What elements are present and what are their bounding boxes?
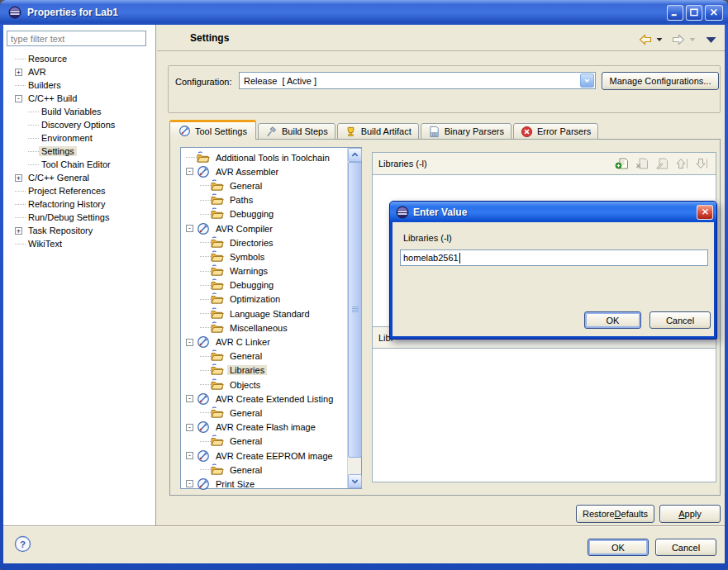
configuration-select[interactable]: Release [ Active ] (239, 72, 596, 89)
folder-icon (211, 363, 224, 377)
collapse-toggle-icon[interactable]: - (186, 452, 193, 459)
tree-item-general[interactable]: General (183, 435, 345, 449)
tab-label: Binary Parsers (445, 126, 504, 136)
collapse-toggle-icon[interactable]: - (186, 339, 193, 346)
folder-icon (211, 378, 224, 392)
ok-button[interactable]: OK (588, 539, 649, 556)
enter-value-input[interactable]: homelab2561 (400, 249, 708, 266)
tree-item-builders[interactable]: Builders (5, 78, 154, 92)
tree-item-debugging[interactable]: Debugging (183, 207, 345, 221)
eclipse-logo-icon (396, 206, 409, 219)
tree-item-settings[interactable]: Settings (5, 145, 154, 158)
tree-item-environment[interactable]: Environment (5, 131, 154, 145)
expand-toggle-icon[interactable]: + (15, 174, 22, 182)
close-button[interactable] (705, 5, 723, 21)
binary-icon: 010 (428, 126, 440, 138)
tool-icon (197, 420, 210, 434)
tree-item-tool-chain-editor[interactable]: Tool Chain Editor (5, 158, 154, 171)
tree-item-resource[interactable]: Resource (5, 52, 154, 65)
filter-input[interactable] (7, 31, 146, 46)
tree-item-general[interactable]: General (183, 178, 345, 192)
tree-item-general[interactable]: General (183, 406, 345, 420)
scroll-down-icon[interactable] (348, 474, 362, 488)
back-arrow-icon[interactable] (638, 34, 653, 45)
dialog-close-icon[interactable] (697, 205, 713, 220)
tree-item-libraries[interactable]: Libraries (183, 363, 345, 378)
tree-item-general[interactable]: General (183, 349, 345, 363)
help-icon[interactable]: ? (14, 535, 31, 553)
tree-item-debugging[interactable]: Debugging (183, 278, 345, 292)
dialog-titlebar[interactable]: Enter Value (390, 202, 716, 222)
tree-item-c-c-general[interactable]: +C/C++ General (5, 171, 154, 184)
header-divider (157, 50, 725, 51)
tree-item-warnings[interactable]: Warnings (183, 264, 345, 278)
window-titlebar[interactable]: Properties for Lab1 (0, 0, 728, 25)
expand-toggle-icon[interactable]: + (15, 227, 22, 235)
tree-item-label: General (227, 351, 264, 361)
tree-item-avr-create-extended-listing[interactable]: -AVR Create Extended Listing (183, 392, 345, 406)
collapse-toggle-icon[interactable]: - (186, 395, 193, 402)
tree-item-additional-tools-in-toolchain[interactable]: Additional Tools in Toolchain (183, 150, 345, 164)
tree-item-avr[interactable]: +AVR (5, 65, 154, 78)
libraries-panel-header: Libraries (-l) (372, 152, 716, 175)
tree-item-symbols[interactable]: Symbols (183, 249, 345, 264)
tree-connector (28, 138, 39, 139)
tree-item-label: Debugging (227, 280, 276, 290)
tree-item-label: Debugging (227, 209, 276, 219)
tree-item-c-c-build[interactable]: -C/C++ Build (5, 92, 154, 105)
manage-configurations-button[interactable]: Manage Configurations... (602, 72, 719, 90)
tab-build-steps[interactable]: Build Steps (258, 123, 335, 140)
tree-item-general[interactable]: General (183, 463, 345, 477)
tree-item-wikitext[interactable]: WikiText (5, 237, 154, 250)
tree-item-build-variables[interactable]: Build Variables (5, 105, 154, 118)
cancel-button[interactable]: Cancel (655, 539, 716, 556)
back-dropdown-icon[interactable] (656, 37, 663, 42)
scroll-up-icon[interactable] (348, 148, 362, 162)
expand-toggle-icon[interactable]: + (15, 69, 22, 76)
minimize-button[interactable] (667, 5, 683, 21)
tab-binary-parsers[interactable]: 010Binary Parsers (421, 123, 512, 140)
collapse-toggle-icon[interactable]: - (15, 95, 22, 102)
tree-item-avr-create-flash-image[interactable]: -AVR Create Flash image (183, 420, 345, 435)
tree-connector (28, 112, 39, 112)
tab-error-parsers[interactable]: Error Parsers (513, 123, 598, 140)
dialog-cancel-button[interactable]: Cancel (649, 311, 711, 329)
tree-item-optimization[interactable]: Optimization (183, 292, 345, 306)
collapse-toggle-icon[interactable]: - (186, 480, 193, 487)
tree-item-miscellaneous[interactable]: Miscellaneous (183, 321, 345, 335)
collapse-toggle-icon[interactable]: - (186, 225, 193, 232)
dialog-ok-button[interactable]: OK (584, 311, 641, 329)
tab-tool-settings[interactable]: Tool Settings (169, 120, 256, 140)
tree-item-avr-create-eeprom-image[interactable]: -AVR Create EEPROM image (183, 449, 345, 463)
library-paths-list[interactable] (372, 348, 716, 482)
footer-bar: ? OK Cancel (3, 526, 725, 563)
tree-connector (200, 299, 211, 300)
maximize-button[interactable] (686, 5, 702, 21)
tree-item-label: Paths (227, 195, 255, 205)
apply-button[interactable]: Apply (659, 505, 721, 523)
combo-dropdown-icon[interactable] (580, 74, 594, 88)
svg-text:010: 010 (431, 132, 436, 135)
tree-item-avr-assembler[interactable]: -AVR Assembler (183, 164, 345, 178)
tree-scrollbar[interactable] (347, 148, 361, 488)
tree-item-avr-compiler[interactable]: -AVR Compiler (183, 221, 345, 235)
restore-defaults-button[interactable]: Restore Defaults (576, 505, 654, 523)
tree-item-language-standard[interactable]: Language Standard (183, 306, 345, 321)
collapse-toggle-icon[interactable]: - (186, 168, 193, 175)
tree-item-refactoring-history[interactable]: Refactoring History (5, 197, 154, 211)
tree-item-paths[interactable]: Paths (183, 193, 345, 207)
tree-item-project-references[interactable]: Project References (5, 184, 154, 197)
tree-item-directories[interactable]: Directories (183, 235, 345, 249)
tree-item-avr-c-linker[interactable]: -AVR C Linker (183, 335, 345, 349)
scrollbar-thumb[interactable] (348, 162, 362, 458)
collapse-toggle-icon[interactable]: - (186, 424, 193, 431)
tab-build-artifact[interactable]: Build Artifact (337, 123, 419, 140)
view-menu-icon[interactable] (706, 36, 716, 44)
forward-arrow-icon[interactable] (671, 34, 686, 45)
tree-item-print-size[interactable]: -Print Size (183, 477, 345, 491)
add-button[interactable] (613, 156, 630, 172)
tree-item-task-repository[interactable]: +Task Repository (5, 224, 154, 237)
tree-item-run-debug-settings[interactable]: Run/Debug Settings (5, 211, 154, 224)
tree-item-discovery-options[interactable]: Discovery Options (5, 118, 154, 131)
tree-item-objects[interactable]: Objects (183, 378, 345, 392)
